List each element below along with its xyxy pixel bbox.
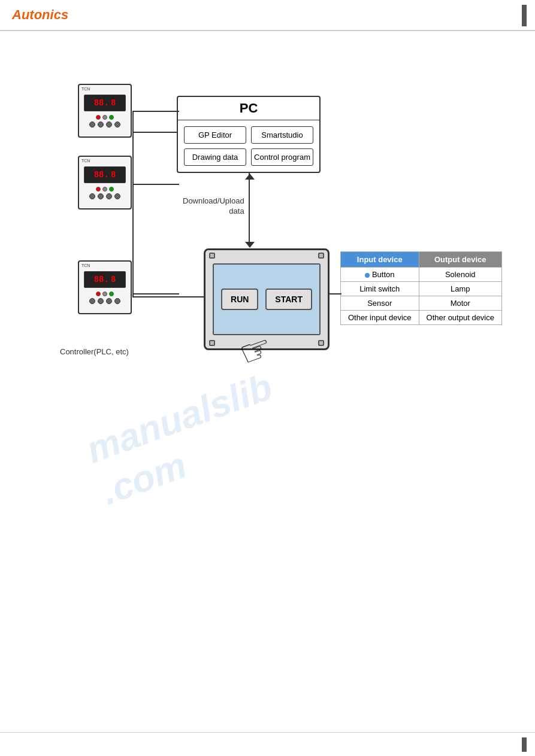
pc-cell-drawingdata: Drawing data xyxy=(184,148,246,166)
table-row: Sensor Motor xyxy=(341,296,502,311)
run-button[interactable]: RUN xyxy=(221,289,258,310)
controller-3: TCN 88.8 xyxy=(78,260,132,314)
arrow-up xyxy=(245,174,255,180)
controller-2: TCN 88.8 xyxy=(78,156,132,210)
controller-1: TCN 88.8 xyxy=(78,84,132,138)
ctrl-vbar xyxy=(132,111,134,296)
download-label: Download/Upload data xyxy=(183,196,244,217)
pc-cell-gpeditor: GP Editor xyxy=(184,126,246,144)
arrow-down xyxy=(245,242,255,248)
input-row-2: Limit switch xyxy=(341,282,419,296)
input-row-4: Other input device xyxy=(341,311,419,325)
header-decoration xyxy=(522,5,527,26)
footer-decoration xyxy=(522,737,527,752)
input-row-1: Button xyxy=(341,268,419,282)
page-footer xyxy=(0,732,535,756)
table-row: Limit switch Lamp xyxy=(341,282,502,296)
pc-cell-controlprogram: Control program xyxy=(251,148,313,166)
output-row-2: Lamp xyxy=(419,282,501,296)
panel-to-table-line xyxy=(328,293,341,294)
start-button[interactable]: START xyxy=(265,289,312,310)
bar-to-pc xyxy=(132,132,178,133)
watermark: manualslib .com xyxy=(80,365,293,515)
pc-title: PC xyxy=(178,97,319,120)
output-row-4: Other output device xyxy=(419,311,501,325)
touch-panel-screen: RUN START xyxy=(213,263,321,335)
input-device-header: Input device xyxy=(341,252,419,268)
output-row-3: Motor xyxy=(419,296,501,311)
table-row: Button Solenoid xyxy=(341,268,502,282)
output-device-header: Output device xyxy=(419,252,501,268)
ctrl1-hline xyxy=(132,111,179,112)
pc-box: PC GP Editor Smartstudio Drawing data Co… xyxy=(177,96,321,173)
input-row-3: Sensor xyxy=(341,296,419,311)
input-output-table: Input device Output device Button Soleno… xyxy=(340,251,502,325)
logo: Autonics xyxy=(12,7,68,23)
table-row: Other input device Other output device xyxy=(341,311,502,325)
diagram-area: TCN 88.8 TCN 88.8 xyxy=(0,36,535,732)
device-tables: Input device Output device Button Soleno… xyxy=(340,251,502,325)
page-header: Autonics xyxy=(0,0,535,31)
pc-to-panel-line xyxy=(249,172,250,244)
ctrl3-hline xyxy=(132,293,179,294)
pc-cell-smartstudio: Smartstudio xyxy=(251,126,313,144)
panel-left-line xyxy=(179,296,205,297)
output-row-1: Solenoid xyxy=(419,268,501,282)
controller-label: Controller(PLC, etc) xyxy=(60,347,129,356)
ctrl2-hline xyxy=(132,184,179,185)
